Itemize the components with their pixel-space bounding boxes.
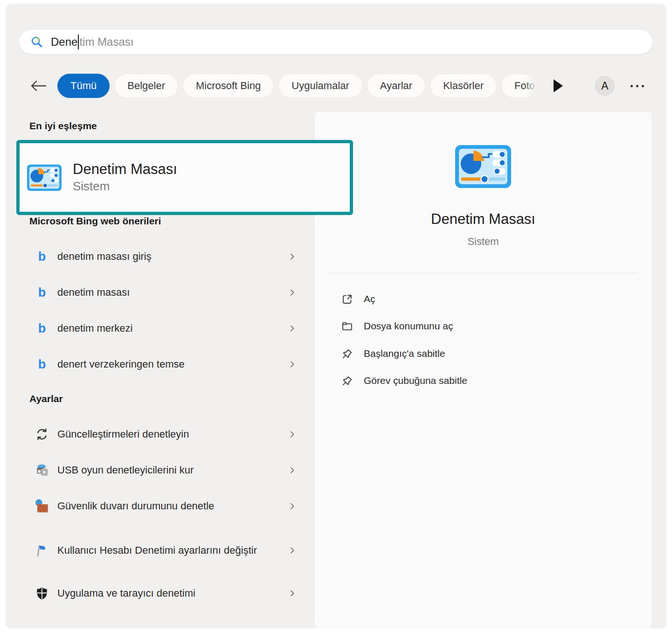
tab-uygulamalar[interactable]: Uygulamalar <box>278 74 362 98</box>
bing-suggestion-row[interactable]: b denert verzekeringen temse <box>16 347 309 382</box>
refresh-icon <box>34 426 50 442</box>
account-avatar[interactable]: A <box>595 76 615 96</box>
action-open[interactable]: Aç <box>329 288 627 310</box>
action-pin-to-start[interactable]: Başlangıç'a sabitle <box>329 343 627 364</box>
filter-pills: Tümü Belgeler Microsoft Bing Uygulamalar… <box>57 73 537 98</box>
control-panel-icon-large <box>455 145 511 188</box>
best-match-result[interactable]: Denetim Masası Sistem <box>20 143 350 212</box>
action-pin-to-taskbar[interactable]: Görev çubuğuna sabitle <box>329 370 627 391</box>
bing-icon: b <box>34 249 50 264</box>
preview-subtitle: Sistem <box>315 236 651 248</box>
action-open-file-location[interactable]: Dosya konumunu aç <box>329 315 627 337</box>
setting-row-check-updates[interactable]: Güncelleştirmeleri denetleyin <box>16 417 309 451</box>
gamepad-icon <box>34 462 50 478</box>
chevron-right-icon <box>289 590 296 597</box>
search-typed-text: Dene <box>51 35 77 49</box>
bing-suggestion-row[interactable]: b denetim masası giriş <box>16 239 309 274</box>
chevron-right-icon <box>289 361 296 368</box>
uac-flag-icon <box>34 543 50 558</box>
open-icon <box>341 293 353 306</box>
setting-row-app-browser-control[interactable]: Uygulama ve tarayıcı denetimi <box>16 577 309 610</box>
settings-section-heading: Ayarlar <box>29 393 63 404</box>
tab-belgeler[interactable]: Belgeler <box>114 74 178 98</box>
bing-icon: b <box>34 285 50 300</box>
chevron-right-icon <box>289 547 296 554</box>
bing-suggestion-row[interactable]: b denetim masası <box>16 275 309 310</box>
bing-icon: b <box>34 320 50 336</box>
setting-row-uac-settings[interactable]: Kullanıcı Hesabı Denetimi ayarlarını değ… <box>16 525 309 576</box>
best-match-highlight-box: Denetim Masası Sistem <box>16 140 353 215</box>
chevron-right-icon <box>289 325 296 332</box>
filter-tabs-row: Tümü Belgeler Microsoft Bing Uygulamalar… <box>0 73 672 98</box>
pin-icon <box>341 348 353 360</box>
search-input[interactable]: Denetim Masası <box>19 29 653 55</box>
setting-row-firewall-status[interactable]: Güvenlik duvarı durumunu denetle <box>16 489 309 523</box>
chevron-right-icon <box>289 289 296 296</box>
setting-row-usb-game-controllers[interactable]: USB oyun denetleyicilerini kur <box>16 453 309 487</box>
more-tabs-play-icon[interactable] <box>554 79 563 92</box>
pin-icon <box>341 375 353 387</box>
chevron-right-icon <box>289 502 296 510</box>
back-arrow-icon[interactable] <box>29 79 48 93</box>
tab-foto-clipped[interactable]: Foto <box>501 74 537 98</box>
best-match-heading: En iyi eşleşme <box>29 120 97 132</box>
best-match-subtitle: Sistem <box>73 179 177 195</box>
tab-ayarlar[interactable]: Ayarlar <box>367 74 425 98</box>
tab-microsoft-bing[interactable]: Microsoft Bing <box>183 74 274 98</box>
text-caret <box>78 35 79 49</box>
chevron-right-icon <box>289 431 296 438</box>
tab-klasorler[interactable]: Klasörler <box>430 74 497 98</box>
tab-tumu[interactable]: Tümü <box>57 74 110 98</box>
folder-icon <box>341 320 353 333</box>
preview-title: Denetim Masası <box>315 211 651 228</box>
chevron-right-icon <box>289 466 296 474</box>
firewall-icon <box>34 498 50 514</box>
security-shield-icon <box>34 585 50 601</box>
bing-suggestion-row[interactable]: b denetim merkezi <box>16 311 309 346</box>
bing-section-heading: Microsoft Bing web önerileri <box>29 216 161 227</box>
search-icon <box>30 35 43 49</box>
search-query-text: Denetim Masası <box>51 35 133 49</box>
best-match-title: Denetim Masası <box>73 160 177 179</box>
bing-icon: b <box>34 356 50 372</box>
preview-divider <box>329 273 637 273</box>
search-suggestion-text: tim Masası <box>79 35 133 49</box>
more-options-icon[interactable] <box>627 77 647 95</box>
control-panel-icon-small <box>27 164 62 191</box>
chevron-right-icon <box>289 253 296 260</box>
